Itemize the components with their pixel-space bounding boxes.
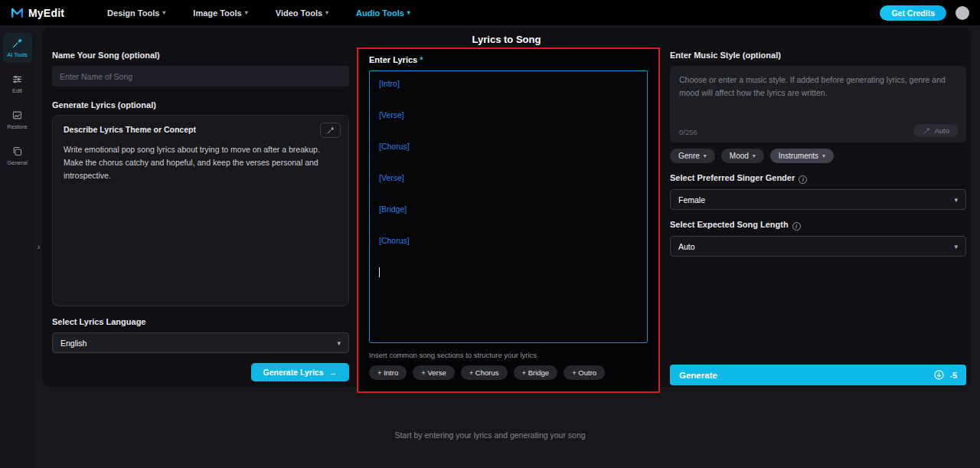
page-title: Lyrics to Song xyxy=(42,34,971,45)
sidebar-item-label: Restore xyxy=(7,123,27,130)
chevron-down-icon: ▾ xyxy=(325,9,328,16)
char-counter: 0/256 xyxy=(679,128,697,136)
insert-chorus-button[interactable]: + Chorus xyxy=(461,365,508,380)
user-avatar[interactable] xyxy=(956,6,969,20)
sidebar-item-label: Edit xyxy=(12,87,22,94)
lyric-section-tag: [Verse] xyxy=(379,110,638,120)
insert-verse-button[interactable]: + Verse xyxy=(413,365,454,380)
enter-lyrics-label: Enter Lyrics* xyxy=(369,55,648,64)
chevron-down-icon: ▾ xyxy=(822,152,825,159)
get-credits-button[interactable]: Get Credits xyxy=(880,5,946,21)
song-length-text: Select Expected Song Length xyxy=(670,220,789,229)
chevron-right-icon: › xyxy=(38,242,41,251)
song-name-input[interactable] xyxy=(52,66,349,87)
singer-gender-select[interactable]: Female ▾ xyxy=(670,189,966,210)
sidebar-collapse-button[interactable]: › xyxy=(34,237,44,256)
chevron-down-icon: ▾ xyxy=(954,243,958,250)
navbar-right: Get Credits xyxy=(880,5,969,21)
auto-style-button[interactable]: Auto xyxy=(913,124,959,137)
mood-pill-label: Mood xyxy=(730,152,749,160)
enter-lyrics-text: Enter Lyrics xyxy=(369,55,417,64)
credits-cost-value: -5 xyxy=(949,371,957,380)
chevron-down-icon: ▾ xyxy=(704,152,707,159)
lyrics-textarea[interactable]: [Intro] [Verse] [Chorus] [Verse] [Bridge… xyxy=(369,70,648,343)
lyric-section-tag: [Intro] xyxy=(379,79,638,89)
magic-wand-icon xyxy=(11,38,23,49)
song-length-label: Select Expected Song Lengthi xyxy=(670,220,966,231)
sidebar-item-general[interactable]: General xyxy=(3,141,32,171)
genre-pill-label: Genre xyxy=(678,152,700,160)
chevron-down-icon: ▾ xyxy=(954,196,958,204)
generate-lyrics-section-label: Generate Lyrics (optional) xyxy=(52,100,349,110)
singer-gender-text: Select Preferred Singer Gender xyxy=(670,173,795,182)
auto-button-label: Auto xyxy=(934,126,949,135)
instruments-pill[interactable]: Instruments ▾ xyxy=(770,149,834,163)
copy-squares-icon xyxy=(11,146,23,157)
nav-image-tools-label: Image Tools xyxy=(193,8,241,18)
song-length-select[interactable]: Auto ▾ xyxy=(670,236,966,257)
chevron-down-icon: ▾ xyxy=(337,339,341,347)
text-cursor xyxy=(379,267,380,277)
instruments-pill-label: Instruments xyxy=(779,152,818,160)
footer-hint: Start by entering your lyrics and genera… xyxy=(0,430,980,440)
sidebar-item-ai-tools[interactable]: AI Tools xyxy=(3,33,32,63)
lyrics-language-label: Select Lyrics Language xyxy=(52,317,349,326)
sidebar-item-edit[interactable]: Edit xyxy=(3,69,32,99)
sidebar-item-label: General xyxy=(7,159,28,166)
lyric-section-tag: [Chorus] xyxy=(379,236,638,246)
arrow-right-icon: → xyxy=(329,368,338,377)
insert-outro-button[interactable]: + Outro xyxy=(564,365,605,380)
nav-video-tools[interactable]: Video Tools ▾ xyxy=(276,8,328,18)
theme-concept-textarea[interactable]: Write emotional pop song lyrics about tr… xyxy=(64,143,338,182)
brand-name: MyEdit xyxy=(28,7,64,19)
magic-wand-icon xyxy=(326,126,335,135)
generate-song-button[interactable]: Generate -5 xyxy=(670,365,966,385)
nav-design-tools[interactable]: Design Tools ▾ xyxy=(107,8,165,18)
chevron-down-icon: ▾ xyxy=(407,9,410,16)
insert-bridge-button[interactable]: + Bridge xyxy=(514,365,558,380)
song-length-value: Auto xyxy=(678,242,695,251)
chevron-down-icon: ▾ xyxy=(162,9,165,16)
left-sidebar: AI Tools Edit Restore General xyxy=(0,25,34,468)
name-song-label: Name Your Song (optional) xyxy=(52,51,349,60)
singer-gender-label: Select Preferred Singer Genderi xyxy=(670,173,966,184)
nav-audio-tools-label: Audio Tools xyxy=(356,8,404,18)
lyric-section-tag: [Verse] xyxy=(379,173,638,183)
myedit-logo-icon xyxy=(11,7,24,18)
lyric-section-tag: [Bridge] xyxy=(379,205,638,214)
nav-image-tools[interactable]: Image Tools ▾ xyxy=(193,8,247,18)
generate-lyrics-button[interactable]: Generate Lyrics → xyxy=(251,363,350,381)
generate-button-label: Generate xyxy=(679,371,717,380)
music-style-column: Enter Music Style (optional) Choose or e… xyxy=(670,51,966,257)
genre-pill[interactable]: Genre ▾ xyxy=(670,149,715,163)
chevron-down-icon: ▾ xyxy=(245,9,248,16)
music-style-label: Enter Music Style (optional) xyxy=(670,51,966,60)
sidebar-item-label: AI Tools xyxy=(7,51,28,58)
sidebar-item-restore[interactable]: Restore xyxy=(3,105,32,135)
magic-wand-icon xyxy=(923,127,930,135)
info-icon[interactable]: i xyxy=(799,175,807,184)
credits-cost: -5 xyxy=(933,369,957,381)
singer-gender-value: Female xyxy=(678,195,705,205)
lyric-section-tag: [Chorus] xyxy=(379,142,638,152)
music-style-input[interactable]: Choose or enter a music style. If added … xyxy=(670,66,966,142)
song-setup-column: Name Your Song (optional) Generate Lyric… xyxy=(52,51,349,381)
nav-video-tools-label: Video Tools xyxy=(276,8,322,18)
music-style-placeholder: Choose or enter a music style. If added … xyxy=(679,74,957,100)
mood-pill[interactable]: Mood ▾ xyxy=(721,149,764,163)
lyrics-language-select[interactable]: English ▾ xyxy=(52,332,349,353)
generate-lyrics-label: Generate Lyrics xyxy=(263,368,324,377)
info-icon[interactable]: i xyxy=(792,222,801,231)
lyrics-to-song-panel: Lyrics to Song Name Your Song (optional)… xyxy=(42,28,971,387)
sliders-icon xyxy=(11,74,23,85)
language-value: English xyxy=(60,339,87,348)
chevron-down-icon: ▾ xyxy=(753,152,756,159)
nav-design-tools-label: Design Tools xyxy=(107,8,159,18)
photo-restore-icon xyxy=(11,110,23,121)
theme-magic-wand-button[interactable] xyxy=(320,123,341,138)
nav-audio-tools[interactable]: Audio Tools ▾ xyxy=(356,8,410,18)
credits-coin-icon xyxy=(933,369,945,381)
myedit-logo[interactable]: MyEdit xyxy=(11,7,64,19)
required-asterisk: * xyxy=(420,55,423,64)
insert-intro-button[interactable]: + Intro xyxy=(369,365,407,380)
